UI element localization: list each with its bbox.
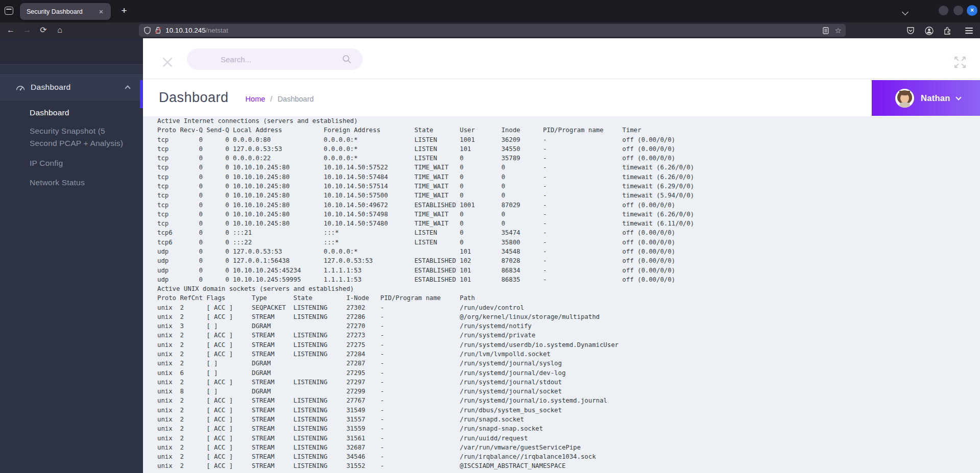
tab-list-chevron-icon[interactable] <box>902 9 909 15</box>
breadcrumb-home-link[interactable]: Home <box>246 95 266 103</box>
chevron-up-icon <box>125 85 130 91</box>
url-bar[interactable]: 10.10.10.245/netstat ☆ <box>139 24 846 37</box>
user-menu[interactable]: Nathan <box>872 80 980 116</box>
sidebar-item-network[interactable]: Network Status <box>30 177 134 189</box>
new-tab-button[interactable]: + <box>117 5 131 16</box>
user-name: Nathan <box>921 93 950 103</box>
url-host: 10.10.10.245 <box>165 27 206 34</box>
search-bar <box>187 48 363 70</box>
breadcrumb: Home / Dashboard <box>246 95 314 103</box>
back-icon[interactable]: ← <box>4 22 17 38</box>
sidebar-item-ip[interactable]: IP Config <box>30 157 134 169</box>
pocket-icon[interactable] <box>904 24 917 37</box>
sidebar-item-dashboard[interactable]: Dashboard <box>30 107 134 119</box>
account-icon[interactable] <box>923 24 935 37</box>
main-area: Dashboard Home / Dashboard Nathan Active… <box>143 38 980 473</box>
sidebar: Dashboard DashboardSecurity Snapshot (5 … <box>0 38 143 473</box>
bookmark-star-icon[interactable]: ☆ <box>835 26 842 35</box>
content-area: Active Internet connections (servers and… <box>143 116 980 473</box>
window-close-button[interactable]: × <box>967 5 977 16</box>
url-text: 10.10.10.245/netstat <box>165 27 818 34</box>
title-accent-bar <box>140 80 143 108</box>
insecure-lock-icon[interactable] <box>155 27 161 34</box>
sidebar-logo-area <box>0 38 143 65</box>
avatar <box>895 89 914 108</box>
tracking-shield-icon[interactable] <box>144 27 151 34</box>
fullscreen-expand-icon[interactable] <box>953 56 967 69</box>
menu-icon[interactable] <box>965 24 973 37</box>
window-minimize-button[interactable] <box>939 6 948 15</box>
browser-tab-bar: Security Dashboard × + × <box>0 0 980 22</box>
sidebar-item-security[interactable]: Security Snapshot (5 Second PCAP + Analy… <box>30 125 134 149</box>
page-title: Dashboard <box>159 90 229 106</box>
forward-icon[interactable]: → <box>20 22 34 38</box>
close-icon[interactable] <box>161 56 174 68</box>
page-top-bar <box>143 38 980 79</box>
url-path: /netstat <box>206 27 228 34</box>
sidebar-section-dashboard[interactable]: Dashboard <box>0 74 143 101</box>
firefox-view-icon[interactable] <box>5 7 13 15</box>
home-icon[interactable]: ⌂ <box>53 22 66 38</box>
netstat-output: Active Internet connections (servers and… <box>157 116 980 471</box>
chevron-down-icon <box>955 94 961 100</box>
gauge-icon <box>16 84 25 91</box>
search-icon[interactable] <box>342 55 351 64</box>
search-input[interactable] <box>187 48 363 70</box>
breadcrumb-separator: / <box>270 95 272 103</box>
tab-title: Security Dashboard <box>27 8 97 15</box>
page-header: Dashboard Home / Dashboard Nathan <box>143 79 980 116</box>
sidebar-section-label: Dashboard <box>31 83 71 92</box>
browser-toolbar: ← → ⟳ ⌂ 10.10.10.245/netstat ☆ <box>0 22 980 38</box>
extensions-icon[interactable] <box>941 24 953 37</box>
tab-close-icon[interactable]: × <box>97 7 106 16</box>
window-maximize-button[interactable] <box>953 6 963 15</box>
reload-icon[interactable]: ⟳ <box>37 22 50 38</box>
browser-tab[interactable]: Security Dashboard × <box>20 3 111 20</box>
reader-mode-icon[interactable] <box>823 27 829 34</box>
breadcrumb-current: Dashboard <box>277 95 314 103</box>
